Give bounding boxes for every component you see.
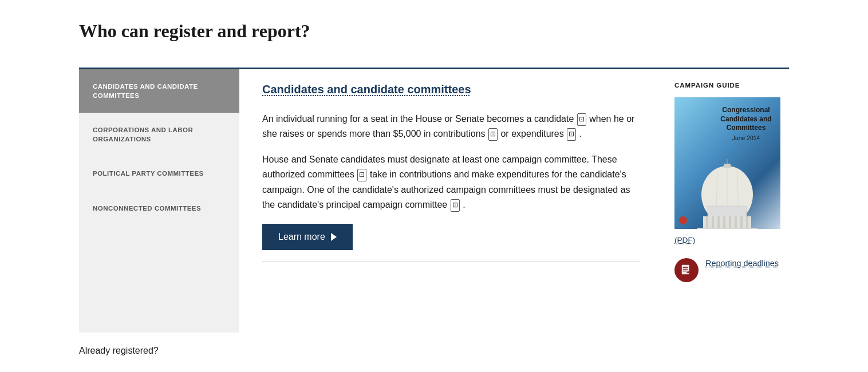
svg-rect-7 xyxy=(706,216,708,229)
sidebar-item-political[interactable]: POLITICAL PARTY COMMITTEES xyxy=(79,156,239,191)
svg-rect-9 xyxy=(717,216,720,229)
content-body: An individual running for a seat in the … xyxy=(262,112,640,212)
right-panel: CAMPAIGN GUIDE xyxy=(663,69,789,294)
sidebar: CANDIDATES AND CANDIDATE COMMITTEES CORP… xyxy=(79,69,239,333)
svg-rect-19 xyxy=(683,267,688,267)
svg-rect-23 xyxy=(686,271,690,272)
pdf-link[interactable]: (PDF) xyxy=(674,235,789,246)
guide-text-overlay: Congressional Candidates and Committees … xyxy=(717,106,775,142)
arrow-right-icon xyxy=(331,233,337,241)
svg-rect-8 xyxy=(712,216,714,229)
sidebar-item-candidates[interactable]: CANDIDATES AND CANDIDATE COMMITTEES xyxy=(79,69,239,113)
tooltip-icon-1[interactable]: ⊡ xyxy=(577,113,586,126)
svg-rect-15 xyxy=(724,164,731,168)
svg-rect-14 xyxy=(746,216,748,229)
page-wrapper: Who can register and report? CANDIDATES … xyxy=(33,0,835,372)
main-content: Candidates and candidate committees An i… xyxy=(239,69,663,285)
svg-rect-10 xyxy=(723,216,725,229)
tooltip-icon-3[interactable]: ⊡ xyxy=(567,128,576,141)
main-layout: CANDIDATES AND CANDIDATE COMMITTEES CORP… xyxy=(79,69,789,333)
svg-rect-20 xyxy=(683,268,688,269)
paragraph-2: House and Senate candidates must designa… xyxy=(262,152,640,213)
sidebar-item-nonconnected[interactable]: NONCONNECTED COMMITTEES xyxy=(79,191,239,225)
reporting-deadlines-section: Reporting deadlines xyxy=(674,258,789,282)
content-bottom-divider xyxy=(262,262,640,262)
content-title[interactable]: Candidates and candidate committees xyxy=(262,81,640,98)
reporting-deadlines-link[interactable]: Reporting deadlines xyxy=(705,258,779,269)
campaign-guide-label: CAMPAIGN GUIDE xyxy=(674,81,789,90)
svg-rect-11 xyxy=(729,216,731,229)
svg-rect-21 xyxy=(683,271,686,271)
page-title: Who can register and report? xyxy=(79,17,789,45)
campaign-guide-image[interactable]: Congressional Candidates and Committees … xyxy=(674,97,780,229)
capitol-dome-svg xyxy=(674,155,780,229)
sidebar-item-corporations[interactable]: CORPORATIONS AND LABOR ORGANIZATIONS xyxy=(79,113,239,156)
svg-rect-17 xyxy=(697,228,757,229)
svg-rect-12 xyxy=(735,216,737,229)
svg-rect-13 xyxy=(740,216,743,229)
svg-rect-6 xyxy=(703,216,751,229)
tooltip-icon-4[interactable]: ⊡ xyxy=(357,169,366,181)
paragraph-1: An individual running for a seat in the … xyxy=(262,112,640,142)
already-registered-text: Already registered? xyxy=(79,344,789,358)
tooltip-icon-2[interactable]: ⊡ xyxy=(488,128,498,141)
reporting-icon[interactable] xyxy=(674,258,699,282)
learn-more-button[interactable]: Learn more xyxy=(262,224,353,250)
svg-rect-5 xyxy=(708,206,747,217)
document-list-icon xyxy=(680,264,693,276)
tooltip-icon-5[interactable]: ⊡ xyxy=(451,199,460,212)
